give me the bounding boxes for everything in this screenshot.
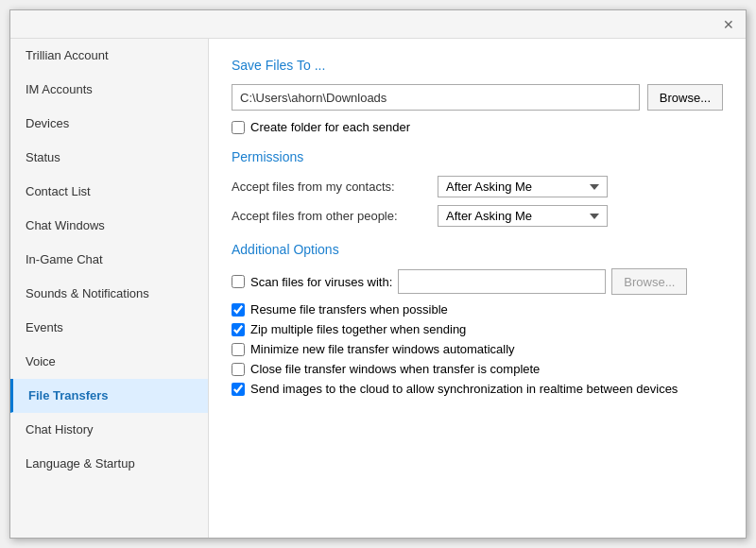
scan-checkbox[interactable] — [232, 275, 245, 288]
sidebar: Trillian AccountIM AccountsDevicesStatus… — [10, 39, 209, 538]
scan-label: Scan files for viruses with: — [250, 275, 392, 289]
send-images-label: Send images to the cloud to allow synchr… — [250, 382, 678, 396]
permissions-section: Permissions Accept files from my contact… — [232, 149, 723, 227]
scan-input[interactable] — [398, 269, 606, 294]
zip-checkbox[interactable] — [232, 323, 245, 336]
minimize-label: Minimize new file transfer windows autom… — [250, 342, 515, 356]
sidebar-item-chat-windows[interactable]: Chat Windows — [10, 209, 208, 243]
scan-browse-button[interactable]: Browse... — [611, 268, 687, 295]
minimize-row: Minimize new file transfer windows autom… — [232, 342, 723, 356]
accept-others-select[interactable]: AlwaysAfter Asking MeNever — [438, 205, 608, 227]
content-area: Trillian AccountIM AccountsDevicesStatus… — [10, 39, 746, 538]
save-files-title: Save Files To ... — [232, 58, 723, 73]
accept-contacts-row: Accept files from my contacts: AlwaysAft… — [232, 176, 723, 197]
accept-others-label: Accept files from other people: — [232, 209, 430, 223]
resume-checkbox[interactable] — [232, 303, 245, 317]
sidebar-item-file-transfers[interactable]: File Transfers — [10, 379, 208, 413]
sidebar-item-im-accounts[interactable]: IM Accounts — [10, 73, 208, 107]
sidebar-item-chat-history[interactable]: Chat History — [10, 413, 208, 447]
sidebar-item-devices[interactable]: Devices — [10, 107, 208, 141]
minimize-checkbox[interactable] — [232, 343, 245, 356]
send-images-checkbox[interactable] — [232, 383, 245, 396]
additional-section: Additional Options Scan files for viruse… — [232, 242, 723, 396]
scan-row: Scan files for viruses with: Browse... — [232, 268, 723, 295]
sidebar-item-language-startup[interactable]: Language & Startup — [10, 447, 208, 481]
main-panel: Save Files To ... Browse... Create folde… — [209, 39, 746, 538]
file-path-row: Browse... — [232, 84, 723, 111]
zip-row: Zip multiple files together when sending — [232, 322, 723, 336]
additional-title: Additional Options — [232, 242, 723, 257]
send-images-row: Send images to the cloud to allow synchr… — [232, 382, 723, 396]
browse-button[interactable]: Browse... — [647, 84, 723, 111]
sidebar-item-events[interactable]: Events — [10, 311, 208, 345]
zip-label: Zip multiple files together when sending — [250, 322, 466, 336]
resume-label: Resume file transfers when possible — [250, 302, 448, 317]
sidebar-item-sounds-notifications[interactable]: Sounds & Notifications — [10, 277, 208, 311]
accept-contacts-label: Accept files from my contacts: — [232, 180, 430, 194]
close-button[interactable]: ✕ — [719, 15, 738, 34]
close-transfer-row: Close file transfer windows when transfe… — [232, 362, 723, 376]
sidebar-item-in-game-chat[interactable]: In-Game Chat — [10, 243, 208, 277]
settings-window: ✕ Trillian AccountIM AccountsDevicesStat… — [9, 9, 747, 539]
close-transfer-checkbox[interactable] — [232, 363, 245, 376]
sidebar-item-contact-list[interactable]: Contact List — [10, 175, 208, 209]
file-path-input[interactable] — [232, 84, 640, 111]
resume-row: Resume file transfers when possible — [232, 302, 723, 317]
sidebar-item-trillian-account[interactable]: Trillian Account — [10, 39, 208, 73]
titlebar: ✕ — [10, 10, 746, 39]
sidebar-item-voice[interactable]: Voice — [10, 345, 208, 379]
permissions-title: Permissions — [232, 149, 723, 164]
create-folder-label: Create folder for each sender — [250, 120, 410, 134]
create-folder-checkbox[interactable] — [232, 121, 245, 134]
sidebar-item-status[interactable]: Status — [10, 141, 208, 175]
accept-others-row: Accept files from other people: AlwaysAf… — [232, 205, 723, 227]
create-folder-row: Create folder for each sender — [232, 120, 723, 134]
close-transfer-label: Close file transfer windows when transfe… — [250, 362, 540, 376]
accept-contacts-select[interactable]: AlwaysAfter Asking MeNever — [438, 176, 608, 197]
